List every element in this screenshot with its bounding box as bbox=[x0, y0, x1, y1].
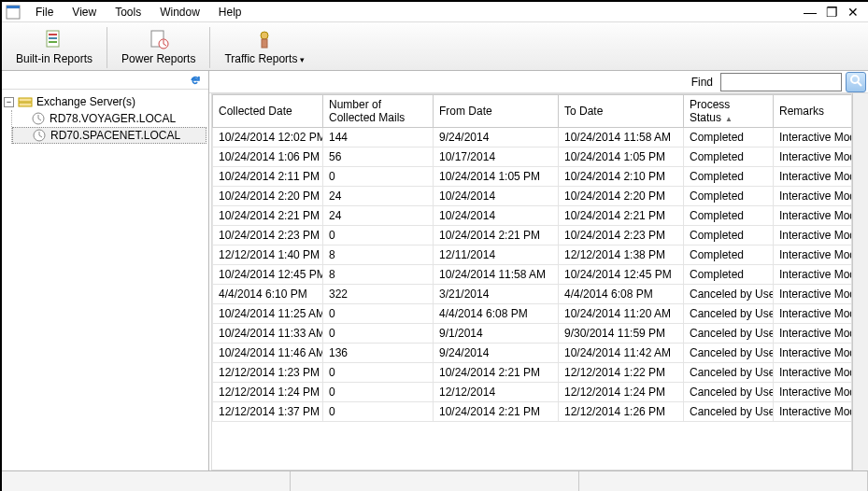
table-cell: 12/12/2014 1:40 PM bbox=[213, 246, 323, 265]
table-row[interactable]: 10/24/2014 11:25 AM04/4/2014 6:08 PM10/2… bbox=[213, 304, 853, 324]
tree-node[interactable]: RD78.VOYAGER.LOCAL bbox=[12, 110, 206, 127]
table-row[interactable]: 10/24/2014 2:23 PM010/24/2014 2:21 PM10/… bbox=[213, 226, 853, 246]
table-row[interactable]: 12/12/2014 1:24 PM012/12/201412/12/2014 … bbox=[213, 383, 853, 402]
power-reports-label: Power Reports bbox=[121, 52, 195, 65]
table-row[interactable]: 10/24/2014 12:45 PM810/24/2014 11:58 AM1… bbox=[213, 265, 853, 285]
table-cell: 144 bbox=[323, 128, 434, 147]
traffic-reports-label: Traffic Reports▾ bbox=[224, 52, 305, 65]
menu-help[interactable]: Help bbox=[209, 4, 251, 21]
table-cell: Interactive Mode bbox=[774, 206, 853, 226]
svg-rect-9 bbox=[262, 39, 267, 48]
tree-root[interactable]: − Exchange Server(s) bbox=[4, 93, 206, 110]
table-cell: 10/24/2014 2:21 PM bbox=[559, 206, 684, 226]
table-cell: Canceled by User bbox=[684, 344, 774, 363]
table-cell: 10/24/2014 2:21 PM bbox=[434, 402, 559, 422]
minimize-button[interactable]: — bbox=[804, 5, 817, 20]
table-cell: 10/24/2014 12:02 PM bbox=[213, 128, 323, 147]
table-row[interactable]: 10/24/2014 2:11 PM010/24/2014 1:05 PM10/… bbox=[213, 167, 853, 187]
table-row[interactable]: 10/24/2014 2:20 PM2410/24/201410/24/2014… bbox=[213, 187, 853, 206]
column-header[interactable]: To Date bbox=[559, 95, 684, 128]
table-cell: Interactive Mode: Some bbox=[774, 285, 853, 304]
table-row[interactable]: 10/24/2014 11:46 AM1369/24/201410/24/201… bbox=[213, 344, 853, 363]
column-header[interactable]: Number of Collected Mails bbox=[323, 95, 434, 128]
menu-window[interactable]: Window bbox=[150, 4, 209, 21]
table-cell: 0 bbox=[323, 304, 434, 324]
table-cell: Interactive Mode: Some bbox=[774, 383, 853, 402]
menu-file[interactable]: File bbox=[26, 4, 63, 21]
table-cell: 0 bbox=[323, 363, 434, 383]
find-label: Find bbox=[688, 76, 717, 89]
table-cell: 10/24/2014 2:21 PM bbox=[213, 206, 323, 226]
power-report-icon bbox=[148, 28, 170, 50]
table-cell: 56 bbox=[323, 147, 434, 167]
table-cell: Interactive Mode bbox=[774, 147, 853, 167]
table-row[interactable]: 12/12/2014 1:37 PM010/24/2014 2:21 PM12/… bbox=[213, 402, 853, 422]
tree-root-label: Exchange Server(s) bbox=[36, 95, 135, 108]
collapse-icon[interactable]: − bbox=[4, 97, 14, 107]
column-header[interactable]: From Date bbox=[434, 95, 559, 128]
table-row[interactable]: 12/12/2014 1:23 PM010/24/2014 2:21 PM12/… bbox=[213, 363, 853, 383]
restore-button[interactable]: ❐ bbox=[826, 5, 838, 20]
data-grid[interactable]: Collected DateNumber of Collected MailsF… bbox=[212, 94, 852, 422]
table-cell: 10/24/2014 12:45 PM bbox=[559, 265, 684, 285]
table-cell: 12/12/2014 1:24 PM bbox=[213, 383, 323, 402]
traffic-reports-button[interactable]: Traffic Reports▾ bbox=[216, 25, 313, 68]
table-row[interactable]: 10/24/2014 1:06 PM5610/17/201410/24/2014… bbox=[213, 147, 853, 167]
table-cell: 10/24/2014 2:10 PM bbox=[559, 167, 684, 187]
svg-rect-11 bbox=[19, 103, 32, 106]
table-cell: 4/4/2014 6:10 PM bbox=[213, 285, 323, 304]
table-cell: Interactive Mode: Some bbox=[774, 324, 853, 344]
table-cell: Interactive Mode bbox=[774, 246, 853, 265]
table-cell: 10/24/2014 1:05 PM bbox=[434, 167, 559, 187]
column-header[interactable]: Remarks bbox=[774, 95, 853, 128]
table-row[interactable]: 10/24/2014 11:33 AM09/1/20149/30/2014 11… bbox=[213, 324, 853, 344]
table-row[interactable]: 10/24/2014 12:02 PM1449/24/201410/24/201… bbox=[213, 128, 853, 147]
menu-tools[interactable]: Tools bbox=[106, 4, 150, 21]
grid-header-row[interactable]: Collected DateNumber of Collected MailsF… bbox=[213, 95, 853, 128]
svg-line-15 bbox=[858, 82, 861, 86]
table-cell: Interactive Mode bbox=[774, 187, 853, 206]
table-cell: Interactive Mode: Some bbox=[774, 344, 853, 363]
table-cell: Canceled by User bbox=[684, 304, 774, 324]
table-row[interactable]: 10/24/2014 2:21 PM2410/24/201410/24/2014… bbox=[213, 206, 853, 226]
table-cell: 10/24/2014 11:20 AM bbox=[559, 304, 684, 324]
refresh-icon[interactable] bbox=[188, 73, 203, 88]
column-header[interactable]: Process Status▲ bbox=[684, 95, 774, 128]
tree-node[interactable]: RD70.SPACENET.LOCAL bbox=[12, 127, 206, 144]
table-cell: 10/24/2014 1:06 PM bbox=[213, 147, 323, 167]
table-cell: 0 bbox=[323, 402, 434, 422]
menu-view[interactable]: View bbox=[63, 4, 106, 21]
table-cell: Canceled by User bbox=[684, 324, 774, 344]
table-row[interactable]: 12/12/2014 1:40 PM812/11/201412/12/2014 … bbox=[213, 246, 853, 265]
table-cell: 0 bbox=[323, 324, 434, 344]
table-cell: Interactive Mode bbox=[774, 128, 853, 147]
close-button[interactable]: ✕ bbox=[847, 5, 859, 20]
find-input[interactable] bbox=[720, 73, 842, 91]
table-cell: 12/12/2014 1:23 PM bbox=[213, 363, 323, 383]
power-reports-button[interactable]: Power Reports bbox=[113, 25, 204, 68]
clock-icon bbox=[32, 128, 47, 143]
table-row[interactable]: 4/4/2014 6:10 PM3223/21/20144/4/2014 6:0… bbox=[213, 285, 853, 304]
table-cell: Completed bbox=[684, 128, 774, 147]
tree-panel: − Exchange Server(s) RD78.VOYAGER.LOCAL bbox=[2, 71, 209, 470]
column-header[interactable]: Collected Date bbox=[213, 95, 323, 128]
table-cell: Canceled by User bbox=[684, 402, 774, 422]
vertical-scrollbar[interactable] bbox=[852, 93, 868, 470]
table-cell: 12/12/2014 1:26 PM bbox=[559, 402, 684, 422]
table-cell: Interactive Mode bbox=[774, 226, 853, 246]
clock-icon bbox=[31, 111, 46, 126]
svg-point-8 bbox=[261, 32, 268, 39]
table-cell: Completed bbox=[684, 265, 774, 285]
find-button[interactable] bbox=[846, 72, 866, 92]
table-cell: Interactive Mode: Some bbox=[774, 402, 853, 422]
table-cell: 10/24/2014 11:42 AM bbox=[559, 344, 684, 363]
table-cell: 10/24/2014 2:23 PM bbox=[213, 226, 323, 246]
table-cell: 9/1/2014 bbox=[434, 324, 559, 344]
table-cell: 9/24/2014 bbox=[434, 344, 559, 363]
tree-node-label: RD78.VOYAGER.LOCAL bbox=[50, 112, 176, 125]
server-tree[interactable]: − Exchange Server(s) RD78.VOYAGER.LOCAL bbox=[2, 90, 208, 470]
table-cell: Completed bbox=[684, 147, 774, 167]
grid-scroll[interactable]: Collected DateNumber of Collected MailsF… bbox=[211, 93, 852, 470]
toolbar-separator bbox=[209, 27, 210, 68]
builtin-reports-button[interactable]: Built-in Reports bbox=[7, 25, 101, 68]
